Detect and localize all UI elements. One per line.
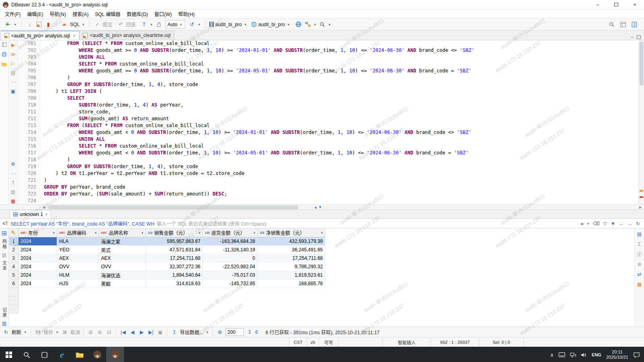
- record-mode-tab[interactable]: 记录: [1, 307, 8, 318]
- grid-cell[interactable]: AEX: [57, 254, 99, 263]
- scrollbar-thumb[interactable]: [640, 42, 643, 85]
- grouping-panel-icon[interactable]: ▦: [636, 281, 643, 288]
- new-connection-icon[interactable]: [4, 21, 12, 29]
- code-line[interactable]: ): [40, 74, 70, 81]
- maximize-panel-icon[interactable]: [637, 35, 641, 39]
- menu-navigate[interactable]: 导航(N): [46, 10, 69, 18]
- input-language[interactable]: ENG: [592, 352, 601, 357]
- code-line[interactable]: FROM (SELECT * FROM custom_online_sale_b…: [40, 122, 210, 129]
- volume-icon[interactable]: [581, 352, 587, 358]
- touch-keyboard-icon[interactable]: [559, 352, 565, 357]
- grid-cell[interactable]: OVV: [57, 263, 99, 271]
- task-view-button[interactable]: [35, 347, 53, 362]
- export-button[interactable]: 导出数据...: [180, 329, 203, 335]
- grid-cell[interactable]: 36,245,491.65: [258, 246, 325, 254]
- grid-cell[interactable]: -75,017.03: [203, 271, 258, 280]
- row-number[interactable]: 3: [9, 254, 19, 263]
- code-line[interactable]: SUBSTR(order_time, 1, 4) AS perYear,: [40, 102, 184, 109]
- add-row-icon[interactable]: ⊞: [87, 329, 94, 336]
- open-sql-script-icon[interactable]: ↓: [26, 21, 34, 29]
- transaction-history-caret[interactable]: ▾: [197, 23, 201, 27]
- tab-close-icon[interactable]: ×: [73, 33, 75, 38]
- database-navigator-icon[interactable]: [1, 51, 8, 58]
- row-number[interactable]: 5: [9, 271, 19, 280]
- row-number[interactable]: 4: [9, 263, 19, 271]
- grid-cell[interactable]: 32,307,272.36: [146, 263, 203, 271]
- column-header-2[interactable]: ABC品牌编码▾: [57, 228, 99, 237]
- new-connection-caret[interactable]: ▾: [13, 23, 17, 27]
- commit-button[interactable]: ✓ 提交: [92, 21, 114, 29]
- data-grid-shortcut-icon[interactable]: ▦: [10, 198, 17, 204]
- grid-cell[interactable]: 2024: [19, 280, 57, 288]
- grid-cell[interactable]: 0: [203, 254, 258, 263]
- grid-cell[interactable]: 1,819,523.61: [258, 271, 325, 280]
- code-line[interactable]: [40, 197, 44, 204]
- network-icon[interactable]: [570, 352, 576, 358]
- code-line[interactable]: GROUP BY SUBSTR(order_time, 1, 4), store…: [40, 163, 198, 170]
- next-page-icon[interactable]: ▶: [138, 329, 145, 336]
- refresh-caret[interactable]: ▾: [23, 330, 27, 334]
- menu-help[interactable]: 帮助(H): [175, 10, 198, 18]
- rollback-button[interactable]: ↶ 回滚: [115, 21, 137, 29]
- code-line[interactable]: UNION ALL: [40, 136, 105, 143]
- grid-cell[interactable]: -163,364,684.28: [203, 237, 258, 246]
- code-line[interactable]: WHERE goods_amt >= 0 AND SUBSTR(order_ti…: [40, 68, 471, 74]
- execute-script-icon[interactable]: ≫: [10, 51, 17, 58]
- autocommit-lock-icon[interactable]: [155, 21, 163, 29]
- open-perspective-icon[interactable]: [619, 21, 627, 29]
- text-presentation-tab[interactable]: 文本: [1, 261, 8, 271]
- more-tools-icon[interactable]: ⋯: [10, 170, 17, 177]
- code-line[interactable]: ORDER BY perYear, (SUM(sale_amount) + SU…: [40, 191, 227, 197]
- empty-row-number[interactable]: [9, 305, 19, 313]
- first-page-icon[interactable]: |◀: [120, 329, 127, 336]
- toolbar-search-caret[interactable]: ▾: [328, 23, 332, 27]
- code-line[interactable]: GROUP BY perYear, brand_code: [40, 184, 125, 191]
- menu-window[interactable]: 窗口(W): [151, 10, 175, 18]
- empty-row-number[interactable]: [9, 296, 19, 305]
- filter-placeholder[interactable]: 输入一个 SQL 表达式来过滤结果 (使用 Ctrl+Space): [157, 220, 579, 227]
- grid-cell[interactable]: 47,571,631.84: [146, 246, 203, 254]
- duplicate-row-icon[interactable]: ⧉: [96, 329, 103, 336]
- metadata-panel-icon[interactable]: ⓘ: [636, 251, 643, 257]
- editor-settings-icon[interactable]: ⚙: [10, 161, 17, 167]
- grid-cell[interactable]: 168,885.78: [258, 280, 325, 288]
- save-button[interactable]: 保存: [43, 329, 53, 335]
- grid-cell[interactable]: 海澜优选: [99, 271, 146, 280]
- recent-scripts-icon[interactable]: ▮: [44, 21, 52, 29]
- grid-cell[interactable]: -22,520,982.04: [203, 263, 258, 271]
- column-filter-caret[interactable]: ▾: [53, 231, 55, 235]
- history-back-icon[interactable]: ←: [619, 221, 624, 226]
- grid-cell[interactable]: HLM: [57, 271, 99, 280]
- filter-funnel-icon[interactable]: ▼: [611, 221, 615, 226]
- scroll-right-icon[interactable]: ▶: [638, 205, 643, 210]
- zoom-grid-icon[interactable]: ▣: [157, 329, 164, 336]
- grid-cell[interactable]: 17,254,711.68: [258, 254, 325, 263]
- quick-search-icon[interactable]: [608, 21, 616, 29]
- result-tab-close-icon[interactable]: ×: [45, 212, 47, 217]
- column-header-5[interactable]: 123退货金额（元）▾: [203, 228, 258, 237]
- row-number[interactable]: 2: [9, 246, 19, 254]
- fetch-all-icon[interactable]: ↧: [246, 329, 253, 336]
- hscroll-thumb[interactable]: [48, 206, 298, 209]
- menu-edit[interactable]: 编辑(E): [24, 10, 46, 18]
- save-caret[interactable]: ▾: [55, 330, 59, 334]
- editor-vertical-scrollbar[interactable]: [638, 40, 644, 204]
- menu-sql-editor[interactable]: SQL 编辑器: [92, 10, 124, 18]
- tab-analysis-cleartime-sql[interactable]: <audit_bi_pro> analysis_cleartime.sql: [79, 31, 174, 40]
- dbeaver-taskbar-button[interactable]: [89, 347, 106, 362]
- grid-presentation-tab[interactable]: 网格: [1, 239, 8, 249]
- caret-position[interactable]: 662 : 1 : 26937: [431, 337, 479, 347]
- menu-file[interactable]: 文件(F): [2, 10, 24, 18]
- execute-new-tab-icon[interactable]: ▷: [10, 60, 17, 67]
- code-line[interactable]: GROUP BY SUBSTR(order_time, 1, 4), store…: [40, 81, 198, 88]
- toolbar-search-icon[interactable]: [318, 21, 326, 29]
- grid-cell[interactable]: 432,593,179.39: [258, 237, 325, 246]
- sash-down-icon[interactable]: ▼: [318, 205, 322, 210]
- start-button[interactable]: [0, 347, 18, 362]
- tab-analysis-sql[interactable]: <audit_bi_pro> analysis.sql ×: [1, 31, 79, 40]
- column-header-4[interactable]: 123销售金额（元）▾: [146, 228, 203, 237]
- close-button[interactable]: ×: [625, 0, 644, 9]
- new-sql-editor-icon[interactable]: [35, 21, 43, 29]
- code-line[interactable]: ) t2 ON t1.perYear = t2.perYear AND t1.s…: [40, 170, 245, 177]
- references-panel-icon[interactable]: ⇄: [636, 271, 643, 278]
